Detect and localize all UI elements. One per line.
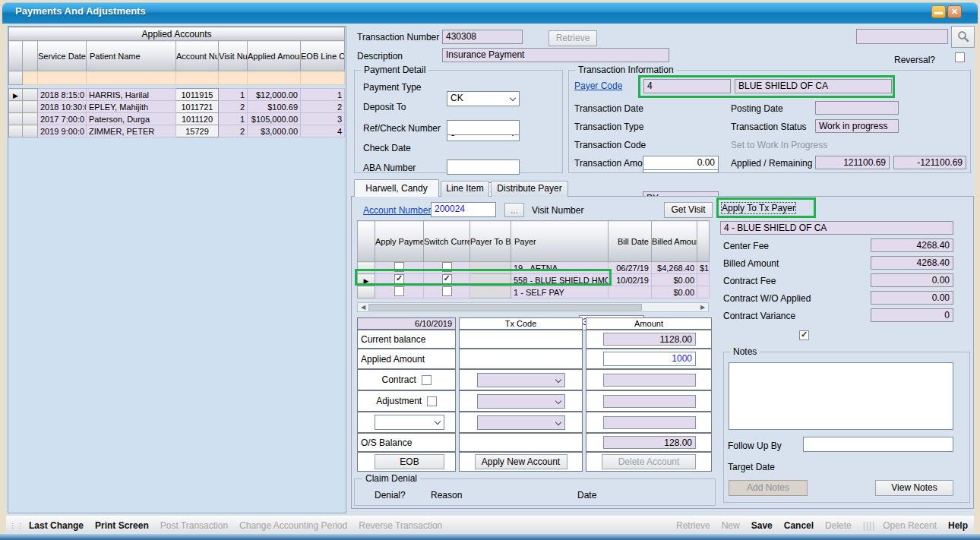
minimize-button[interactable]: ▬ <box>931 5 946 18</box>
col-payer[interactable]: Payer <box>511 221 609 262</box>
applied-accounts-grid: Applied Accounts Service Date Patient Na… <box>8 27 345 137</box>
reversal-checkbox[interactable] <box>955 52 965 62</box>
col-bill-date[interactable]: Bill Date <box>609 221 652 262</box>
contract-fee-value: 0.00 <box>871 273 953 287</box>
contract-variance-label: Contract Variance <box>723 311 795 321</box>
filter-row[interactable] <box>9 71 345 85</box>
switch-payer-checkbox[interactable] <box>442 262 452 272</box>
payer-code-link[interactable]: Payer Code <box>574 81 622 91</box>
adjustment-txcode-select[interactable] <box>477 394 565 409</box>
scroll-left-icon[interactable]: ◀ <box>358 303 368 311</box>
cancel-button[interactable]: Cancel <box>784 520 814 531</box>
last-change-button[interactable]: Last Change <box>29 520 84 531</box>
close-button[interactable]: ✕ <box>947 5 962 18</box>
view-notes-button[interactable]: View Notes <box>875 480 953 496</box>
get-visit-button[interactable]: Get Visit <box>664 202 713 218</box>
follow-up-by-input[interactable] <box>803 437 953 452</box>
payer-row[interactable]: 19 - AETNA 06/27/19 $4,268.40 $1, <box>358 262 710 274</box>
applied-amount-input[interactable]: 1000 <box>603 352 696 366</box>
table-row[interactable]: ▶ 2018 8:15:0 HARRIS, Harilal 1011915 1 … <box>9 89 345 101</box>
tab-distribute-payer[interactable]: Distribute Payer <box>491 181 568 197</box>
col-service-date[interactable]: Service Date <box>38 41 87 71</box>
extra-amount-field <box>603 416 696 429</box>
window-title: Payments And Adjustments <box>15 5 146 17</box>
search-field[interactable] <box>856 29 948 44</box>
chevron-down-icon <box>510 95 516 101</box>
table-row[interactable]: 2017 7:00:0 Paterson, Durga 1011120 1 $1… <box>9 113 345 125</box>
table-row[interactable]: 2019 9:00:0 ZIMMER, PETER 15729 2 $3,000… <box>9 125 345 137</box>
tab-harwell-candy[interactable]: Harwell, Candy <box>354 179 439 197</box>
col-payer-to-bill[interactable]: Payer To Bill <box>470 221 511 262</box>
apply-to-tx-payer-checkbox[interactable] <box>799 330 809 340</box>
col-switch-current-payer[interactable]: Switch Current Payer <box>424 221 470 262</box>
col-apply-payment-to[interactable]: Apply Payment To <box>375 221 424 262</box>
switch-payer-checkbox[interactable] <box>442 286 452 296</box>
minimize-icon: ▬ <box>934 7 943 16</box>
new-button[interactable]: New <box>722 520 740 531</box>
apply-date-header: 6/10/2019 <box>357 317 456 330</box>
col-visit-number[interactable]: Visit Number <box>219 41 248 71</box>
account-number-input[interactable]: 200024 <box>431 202 496 217</box>
search-icon <box>956 30 970 43</box>
aba-input[interactable] <box>447 159 520 175</box>
applied-amount-label: Applied Amount <box>357 349 456 369</box>
post-transaction-button[interactable]: Post Transaction <box>160 520 228 531</box>
tab-line-item[interactable]: Line Item <box>441 181 489 197</box>
apply-new-account-button[interactable]: Apply New Account <box>475 454 567 469</box>
title-bar <box>2 2 978 24</box>
payer-code-field: 4 <box>643 79 731 93</box>
contract-fee-label: Contract Fee <box>723 276 776 286</box>
transaction-status-label: Transaction Status <box>731 122 807 132</box>
delete-button[interactable]: Delete <box>825 520 852 531</box>
close-icon: ✕ <box>951 7 958 16</box>
target-date-label: Target Date <box>728 462 775 472</box>
retrieve-button[interactable]: Retrieve <box>676 520 710 531</box>
col-eob-line-order[interactable]: EOB Line Order <box>301 41 345 71</box>
contract-wo-applied-value: 0.00 <box>871 291 953 305</box>
eob-button[interactable]: EOB <box>375 454 444 469</box>
apply-payment-checkbox[interactable] <box>394 274 404 284</box>
add-notes-button[interactable]: Add Notes <box>729 480 808 496</box>
save-button[interactable]: Save <box>751 520 773 531</box>
billed-amount-label: Billed Amount <box>723 258 779 269</box>
print-screen-button[interactable]: Print Screen <box>95 520 149 531</box>
apply-payment-checkbox[interactable] <box>394 286 404 296</box>
col-billed-amount[interactable]: Billed Amount <box>652 221 697 262</box>
retrieve-button-top[interactable]: Retrieve <box>548 30 597 46</box>
delete-account-button[interactable]: Delete Account <box>602 454 696 469</box>
extra-type-select[interactable] <box>375 415 444 430</box>
extra-txcode-select[interactable] <box>477 415 565 430</box>
payer-name-field: BLUE SHIELD OF CA <box>735 79 892 93</box>
adjustment-checkbox[interactable] <box>427 396 437 406</box>
search-button[interactable] <box>951 26 975 48</box>
chevron-down-icon <box>435 418 441 425</box>
col-account-number[interactable]: Account Number <box>176 41 219 71</box>
table-row[interactable]: 2018 10:30:0 EPLEY, Mahijith 1011721 2 $… <box>9 101 345 113</box>
apply-payment-checkbox[interactable] <box>394 262 404 272</box>
set-wip-label: Set to Work In Progress <box>731 140 827 150</box>
scroll-right-icon[interactable]: ▶ <box>697 303 708 311</box>
payer-row[interactable]: 1 - SELF PAY $0.00 <box>358 286 710 298</box>
reverse-transaction-button[interactable]: Reverse Transaction <box>359 520 442 531</box>
help-button[interactable]: Help <box>948 520 968 531</box>
ref-check-input[interactable] <box>447 120 520 135</box>
scrollbar-thumb[interactable] <box>368 304 642 311</box>
open-recent-button[interactable]: Open Recent <box>883 520 937 531</box>
change-accounting-period-button[interactable]: Change Accounting Period <box>239 520 347 531</box>
switch-payer-checkbox[interactable] <box>442 274 452 284</box>
account-number-link[interactable]: Account Number <box>363 205 431 216</box>
col-applied-amount[interactable]: Applied Amount <box>248 41 301 71</box>
payer-grid-hscrollbar[interactable]: ◀ ▶ <box>357 302 709 312</box>
contract-txcode-select[interactable] <box>477 373 565 387</box>
separator-icon: |||| <box>863 520 875 531</box>
payment-type-select[interactable]: CK <box>447 91 520 106</box>
applied-accounts-panel: Applied Accounts Service Date Patient Na… <box>8 26 346 513</box>
grip-icon: ⋮⋮ <box>9 522 24 529</box>
transaction-amount-input[interactable]: 0.00 <box>643 156 719 170</box>
transaction-information-legend: Transaction Information <box>575 65 677 75</box>
payer-row[interactable]: ▶ 558 - BLUE SHIELD HMO 10/02/19 $0.00 <box>358 274 710 286</box>
notes-textarea[interactable] <box>729 362 953 430</box>
contract-checkbox[interactable] <box>422 375 432 385</box>
col-patient-name[interactable]: Patient Name <box>87 41 176 71</box>
ellipsis-button[interactable]: ... <box>504 203 524 217</box>
